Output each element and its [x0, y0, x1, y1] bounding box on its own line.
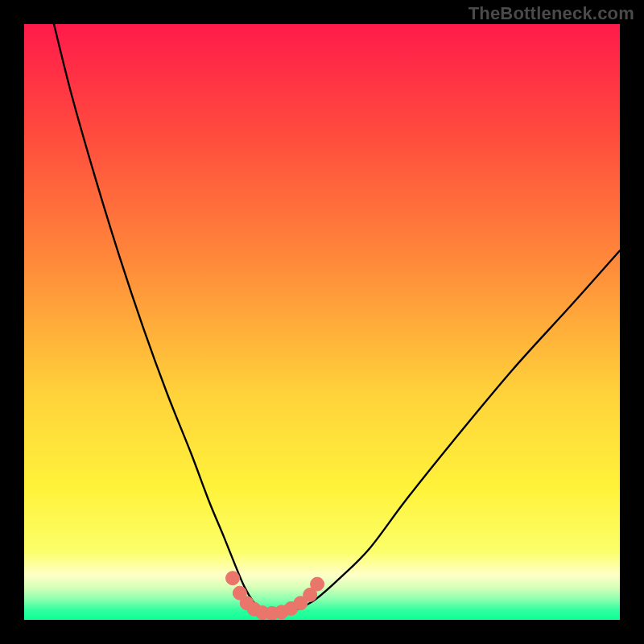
watermark-text: TheBottleneck.com	[469, 3, 634, 24]
gradient-rect	[24, 24, 620, 620]
chart-frame: TheBottleneck.com	[0, 0, 644, 644]
marker-dot	[226, 572, 240, 585]
marker-dot	[311, 577, 324, 591]
plot-svg	[24, 24, 620, 620]
plot-area	[24, 24, 620, 620]
